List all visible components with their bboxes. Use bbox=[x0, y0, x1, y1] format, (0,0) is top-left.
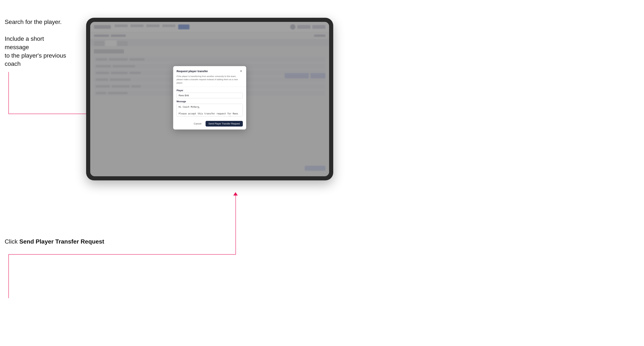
message-field-label: Message bbox=[176, 100, 243, 103]
arrow-search-vertical bbox=[8, 72, 9, 114]
cancel-button[interactable]: Cancel bbox=[192, 121, 204, 126]
modal-title: Request player transfer bbox=[176, 69, 208, 73]
transfer-request-modal: Request player transfer ✕ If the player … bbox=[173, 66, 246, 130]
arrow-send-vertical bbox=[8, 254, 9, 298]
player-field-label: Player bbox=[176, 89, 243, 92]
modal-header: Request player transfer ✕ bbox=[173, 66, 246, 75]
annotation-search: Search for the player. bbox=[5, 18, 62, 26]
tablet-device: Request player transfer ✕ If the player … bbox=[86, 18, 333, 180]
arrow-send-tip bbox=[233, 192, 238, 195]
modal-divider bbox=[173, 87, 246, 87]
player-input[interactable] bbox=[176, 93, 243, 98]
arrow-send-vertical2 bbox=[236, 194, 236, 255]
modal-description: If the player is transferring from anoth… bbox=[173, 75, 246, 87]
player-field-container: Player bbox=[173, 89, 246, 100]
annotation-click: Click Send Player Transfer Request bbox=[5, 237, 104, 246]
send-transfer-button[interactable]: Send Player Transfer Request bbox=[206, 121, 243, 127]
tablet-screen: Request player transfer ✕ If the player … bbox=[90, 22, 329, 176]
annotation-message: Include a short messageto the player's p… bbox=[5, 35, 68, 68]
arrow-send-horizontal bbox=[8, 254, 236, 255]
message-textarea[interactable]: Hi Coach McHarg, Please accept this tran… bbox=[176, 104, 243, 116]
modal-footer: Cancel Send Player Transfer Request bbox=[173, 119, 246, 130]
message-field-container: Message Hi Coach McHarg, Please accept t… bbox=[173, 100, 246, 119]
modal-close-button[interactable]: ✕ bbox=[239, 69, 243, 73]
